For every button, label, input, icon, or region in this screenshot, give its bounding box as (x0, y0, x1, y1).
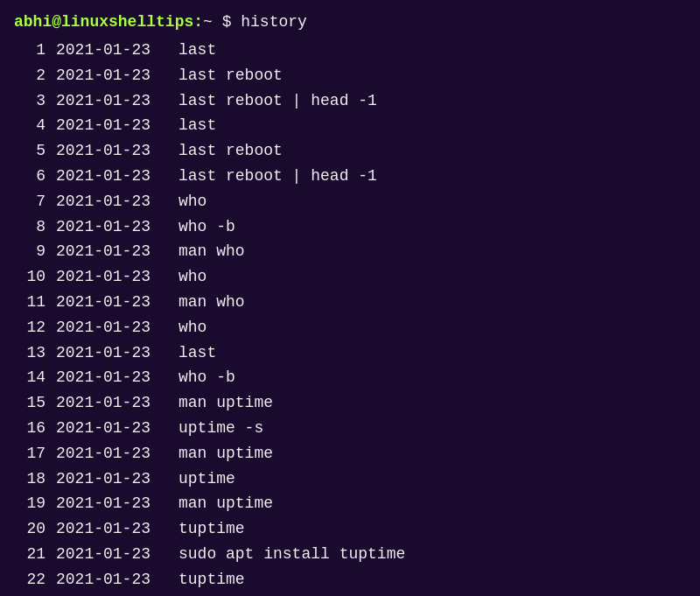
row-command: uptime (178, 466, 235, 492)
history-row: 22021-01-23last reboot (14, 63, 686, 88)
row-date: 2021-01-23 (56, 516, 178, 542)
row-number: 22 (14, 567, 56, 592)
row-command: tuptime (178, 516, 245, 542)
row-date: 2021-01-23 (56, 239, 178, 264)
row-number: 2 (14, 63, 56, 88)
history-row: 162021-01-23uptime -s (14, 416, 686, 441)
row-number: 15 (14, 390, 56, 416)
row-command: man who (178, 239, 245, 264)
row-command: last reboot | head -1 (178, 164, 377, 189)
row-date: 2021-01-23 (56, 113, 178, 138)
row-command: last (178, 38, 216, 63)
row-number: 10 (14, 264, 56, 290)
history-row: 122021-01-23who (14, 315, 686, 340)
row-command: sudo apt install tuptime (178, 542, 405, 567)
row-command: man uptime (178, 390, 273, 416)
row-command: who (178, 264, 206, 290)
row-command: tuptime (178, 567, 245, 592)
history-row: 32021-01-23last reboot | head -1 (14, 88, 686, 114)
history-row: 202021-01-23tuptime (14, 516, 686, 542)
row-command: uptime -s (178, 416, 263, 441)
history-row: 132021-01-23last (14, 340, 686, 366)
row-command: last reboot (178, 63, 283, 88)
history-row: 142021-01-23who -b (14, 365, 686, 390)
row-number: 21 (14, 542, 56, 567)
row-command: who -b (178, 214, 235, 240)
prompt-user: abhi@linuxshelltips: (14, 13, 203, 31)
row-number: 5 (14, 138, 56, 164)
row-command: who (178, 315, 206, 340)
row-number: 12 (14, 315, 56, 340)
row-date: 2021-01-23 (56, 340, 178, 366)
prompt-command: history (241, 13, 307, 31)
history-row: 182021-01-23uptime (14, 466, 686, 492)
row-number: 13 (14, 340, 56, 366)
history-row: 102021-01-23who (14, 264, 686, 290)
row-date: 2021-01-23 (56, 189, 178, 214)
row-number: 18 (14, 466, 56, 492)
row-number: 17 (14, 441, 56, 466)
row-command: man uptime (178, 441, 273, 466)
row-date: 2021-01-23 (56, 290, 178, 315)
row-date: 2021-01-23 (56, 390, 178, 416)
row-date: 2021-01-23 (56, 138, 178, 164)
history-list: 12021-01-23last22021-01-23last reboot320… (14, 38, 686, 592)
row-command: last reboot | head -1 (178, 88, 377, 114)
history-row: 192021-01-23man uptime (14, 491, 686, 516)
prompt-line: abhi@linuxshelltips:~ $ history (14, 11, 686, 34)
row-number: 11 (14, 290, 56, 315)
row-date: 2021-01-23 (56, 441, 178, 466)
row-date: 2021-01-23 (56, 63, 178, 88)
row-number: 19 (14, 491, 56, 516)
row-number: 7 (14, 189, 56, 214)
prompt-tilde: ~ (203, 13, 213, 31)
history-row: 152021-01-23man uptime (14, 390, 686, 416)
history-row: 112021-01-23man who (14, 290, 686, 315)
history-row: 52021-01-23last reboot (14, 138, 686, 164)
row-date: 2021-01-23 (56, 542, 178, 567)
row-number: 3 (14, 88, 56, 114)
row-date: 2021-01-23 (56, 214, 178, 240)
row-number: 4 (14, 113, 56, 138)
row-date: 2021-01-23 (56, 315, 178, 340)
row-date: 2021-01-23 (56, 466, 178, 492)
history-row: 42021-01-23last (14, 113, 686, 138)
row-number: 1 (14, 38, 56, 63)
row-date: 2021-01-23 (56, 88, 178, 114)
row-date: 2021-01-23 (56, 491, 178, 516)
history-row: 82021-01-23who -b (14, 214, 686, 240)
history-row: 222021-01-23tuptime (14, 567, 686, 592)
row-command: man who (178, 290, 245, 315)
prompt-dollar: $ (213, 13, 241, 31)
history-row: 212021-01-23sudo apt install tuptime (14, 542, 686, 567)
row-command: man uptime (178, 491, 273, 516)
history-row: 172021-01-23man uptime (14, 441, 686, 466)
row-date: 2021-01-23 (56, 264, 178, 290)
row-number: 14 (14, 365, 56, 390)
row-date: 2021-01-23 (56, 365, 178, 390)
history-row: 12021-01-23last (14, 38, 686, 63)
row-date: 2021-01-23 (56, 38, 178, 63)
row-date: 2021-01-23 (56, 164, 178, 189)
row-command: last (178, 340, 216, 366)
row-date: 2021-01-23 (56, 567, 178, 592)
row-number: 8 (14, 214, 56, 240)
terminal-window: abhi@linuxshelltips:~ $ history 12021-01… (0, 0, 700, 596)
row-number: 9 (14, 239, 56, 264)
row-command: last (178, 113, 216, 138)
row-date: 2021-01-23 (56, 416, 178, 441)
row-number: 16 (14, 416, 56, 441)
history-row: 72021-01-23who (14, 189, 686, 214)
row-number: 20 (14, 516, 56, 542)
row-command: last reboot (178, 138, 283, 164)
history-row: 62021-01-23last reboot | head -1 (14, 164, 686, 189)
row-command: who -b (178, 365, 235, 390)
history-row: 92021-01-23man who (14, 239, 686, 264)
row-number: 6 (14, 164, 56, 189)
row-command: who (178, 189, 206, 214)
